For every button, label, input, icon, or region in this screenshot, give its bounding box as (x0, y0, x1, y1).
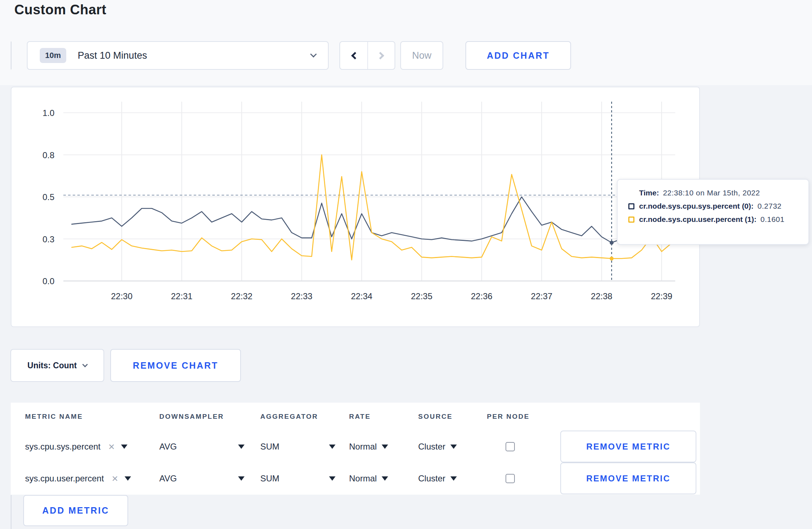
x-tick-label: 22:32 (231, 291, 252, 301)
header-downsampler: DOWNSAMPLER (159, 413, 260, 421)
chevron-down-icon (82, 361, 88, 367)
header-rate: RATE (349, 413, 418, 421)
remove-metric-button[interactable]: REMOVE METRIC (560, 431, 696, 462)
aggregator-value: SUM (260, 442, 279, 452)
x-tick-label: 22:35 (411, 291, 432, 301)
time-step-buttons (339, 41, 395, 70)
y-tick-label: 0.3 (43, 234, 54, 244)
x-tick-label: 22:36 (471, 291, 492, 301)
remove-metric-button[interactable]: REMOVE METRIC (560, 462, 696, 494)
aggregator-select[interactable]: SUM (260, 474, 335, 484)
caret-down-icon[interactable] (121, 445, 127, 449)
caret-down-icon (238, 445, 245, 449)
header-source: SOURCE (418, 413, 487, 421)
page-title: Custom Chart (14, 2, 106, 18)
x-tick-label: 22:31 (171, 291, 193, 301)
now-button[interactable]: Now (400, 41, 443, 70)
x-tick-label: 22:37 (531, 291, 552, 301)
source-select[interactable]: Cluster (418, 474, 457, 484)
metric-row: sys.cpu.user.percent × AVG SUM Normal Cl… (11, 462, 700, 494)
rate-select[interactable]: Normal (349, 474, 388, 484)
clear-metric-icon[interactable]: × (108, 441, 115, 452)
x-tick-label: 22:38 (591, 291, 612, 301)
time-range-select[interactable]: 10m Past 10 Minutes (27, 41, 329, 70)
per-node-checkbox[interactable] (506, 474, 515, 483)
cpu-usage-chart[interactable]: 22:3022:3122:3222:3322:3422:3522:3622:37… (11, 87, 701, 328)
time-back-button[interactable] (340, 42, 367, 69)
time-range-badge: 10m (40, 48, 66, 63)
caret-down-icon (382, 476, 388, 481)
hover-point-dot (610, 241, 614, 244)
chart-tooltip: Time: 22:38:10 on Mar 15th, 2022 cr.node… (617, 179, 809, 245)
tooltip-time-label: Time: (639, 189, 659, 197)
tooltip-time-row: Time: 22:38:10 on Mar 15th, 2022 (639, 189, 800, 197)
downsampler-select[interactable]: AVG (159, 442, 245, 452)
remove-chart-button[interactable]: REMOVE CHART (110, 349, 241, 382)
tooltip-series-value: 0.2732 (758, 202, 782, 210)
units-select[interactable]: Units: Count (10, 349, 104, 382)
aggregator-value: SUM (260, 474, 279, 484)
hover-point-dot (610, 257, 614, 261)
tooltip-series-row: cr.node.sys.cpu.user.percent (1): 0.1601 (628, 215, 800, 224)
time-range-label: Past 10 Minutes (78, 50, 147, 61)
per-node-checkbox[interactable] (506, 442, 515, 451)
tooltip-series-label: cr.node.sys.cpu.sys.percent (0): (639, 202, 754, 210)
tooltip-series-label: cr.node.sys.cpu.user.percent (1): (639, 215, 757, 224)
chart-card: 22:3022:3122:3222:3322:3422:3522:3622:37… (11, 87, 700, 327)
downsampler-value: AVG (159, 474, 177, 484)
clear-metric-icon[interactable]: × (112, 473, 118, 484)
metrics-table: METRIC NAME DOWNSAMPLER AGGREGATOR RATE … (11, 403, 700, 495)
caret-down-icon (238, 476, 245, 481)
add-metric-left-divider (11, 495, 11, 529)
tooltip-series-row: cr.node.sys.cpu.sys.percent (0): 0.2732 (628, 202, 800, 210)
caret-down-icon[interactable] (125, 476, 131, 481)
rate-select[interactable]: Normal (349, 442, 388, 452)
x-tick-label: 22:39 (651, 291, 672, 301)
caret-down-icon (329, 445, 335, 449)
custom-chart-page: Custom Chart 10m Past 10 Minutes Now ADD… (0, 0, 812, 529)
rate-value: Normal (349, 474, 377, 484)
x-tick-label: 22:34 (351, 291, 372, 301)
chevron-right-icon (376, 52, 384, 59)
caret-down-icon (329, 476, 335, 481)
header-metric-name: METRIC NAME (25, 413, 159, 421)
y-tick-label: 0.0 (43, 276, 54, 286)
units-label: Units: Count (28, 361, 77, 370)
metrics-table-header: METRIC NAME DOWNSAMPLER AGGREGATOR RATE … (11, 403, 700, 431)
tooltip-series-value: 0.1601 (760, 215, 784, 224)
time-forward-button[interactable] (367, 42, 395, 69)
downsampler-value: AVG (159, 442, 177, 452)
sys-series-swatch-icon (628, 203, 634, 209)
metric-name: sys.cpu.user.percent (25, 474, 104, 484)
y-tick-label: 1.0 (43, 108, 54, 118)
metric-name: sys.cpu.sys.percent (25, 442, 101, 452)
header-per-node: PER NODE (487, 413, 560, 421)
toolbar-left-divider (11, 42, 11, 69)
source-value: Cluster (418, 442, 445, 452)
add-metric-button[interactable]: ADD METRIC (23, 495, 128, 526)
x-tick-label: 22:30 (111, 291, 132, 301)
chevron-left-icon (351, 52, 358, 59)
user-percent-line (72, 155, 672, 260)
metric-row: sys.cpu.sys.percent × AVG SUM Normal Clu… (11, 431, 700, 462)
source-value: Cluster (418, 474, 445, 484)
y-tick-label: 0.8 (43, 150, 54, 160)
y-tick-label: 0.5 (43, 192, 54, 202)
sys-percent-line (72, 197, 672, 243)
user-series-swatch-icon (628, 217, 634, 223)
x-tick-label: 22:33 (291, 291, 313, 301)
source-select[interactable]: Cluster (418, 442, 457, 452)
caret-down-icon (450, 476, 457, 481)
header-aggregator: AGGREGATOR (260, 413, 349, 421)
downsampler-select[interactable]: AVG (159, 474, 245, 484)
add-chart-button[interactable]: ADD CHART (465, 41, 571, 70)
aggregator-select[interactable]: SUM (260, 442, 335, 452)
caret-down-icon (382, 445, 388, 449)
caret-down-icon (450, 445, 457, 449)
rate-value: Normal (349, 442, 377, 452)
tooltip-time-value: 22:38:10 on Mar 15th, 2022 (663, 189, 760, 197)
chevron-down-icon (310, 51, 316, 57)
